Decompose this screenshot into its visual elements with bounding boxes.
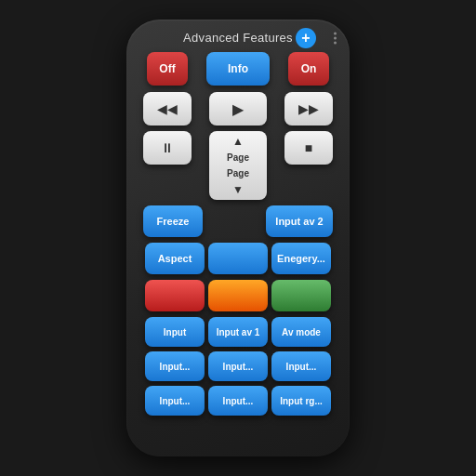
- input-row-3: Input... Input... Input rg...: [139, 386, 337, 416]
- input-1-button[interactable]: Input...: [145, 351, 205, 381]
- page-up-arrow: [232, 135, 244, 148]
- freeze-row: Freeze Input av 2: [139, 205, 337, 237]
- green-button[interactable]: [271, 280, 331, 311]
- more-options-icon[interactable]: [334, 32, 337, 44]
- page-title: Advanced Features: [183, 31, 293, 45]
- input-button[interactable]: Input: [145, 317, 205, 347]
- energy-button[interactable]: Enegery...: [271, 243, 331, 274]
- aspect-row: Aspect Enegery...: [139, 243, 337, 274]
- input-av1-button[interactable]: Input av 1: [208, 317, 268, 347]
- info-button[interactable]: Info: [206, 52, 270, 86]
- input-2-button[interactable]: Input...: [208, 351, 268, 381]
- page-down-arrow: [232, 183, 244, 196]
- input-5-button[interactable]: Input...: [208, 386, 268, 416]
- input-3-button[interactable]: Input...: [271, 351, 331, 381]
- red-button[interactable]: [145, 280, 205, 311]
- play-button[interactable]: ▶: [209, 92, 267, 126]
- input-4-button[interactable]: Input...: [145, 386, 205, 416]
- power-off-button[interactable]: Off: [147, 52, 188, 86]
- input-row-1: Input Input av 1 Av mode: [139, 317, 337, 347]
- page-down-label: Page: [227, 168, 249, 178]
- power-row: Off Info On: [139, 52, 337, 86]
- page-button[interactable]: Page Page: [209, 131, 267, 200]
- playback-row: ◀◀ ▶ ▶▶: [139, 92, 337, 126]
- input-row-2: Input... Input... Input...: [139, 351, 337, 381]
- rewind-button[interactable]: ◀◀: [143, 92, 192, 126]
- av-mode-button[interactable]: Av mode: [271, 317, 331, 347]
- input-rg-button[interactable]: Input rg...: [271, 386, 331, 416]
- pause-button[interactable]: ⏸: [143, 131, 192, 165]
- input-av2-button[interactable]: Input av 2: [266, 205, 333, 237]
- header-bar: Advanced Features: [139, 31, 337, 45]
- orange-button[interactable]: [208, 280, 268, 311]
- remote-control: Advanced Features Off Info On ◀◀ ▶ ▶▶: [126, 20, 350, 456]
- page-row: ⏸ Page Page ■: [139, 131, 337, 200]
- stop-button[interactable]: ■: [284, 131, 333, 165]
- freeze-button[interactable]: Freeze: [143, 205, 203, 237]
- power-on-button[interactable]: On: [288, 52, 329, 86]
- color-row: [139, 280, 337, 311]
- aspect-button[interactable]: Aspect: [145, 243, 205, 274]
- add-button[interactable]: [296, 28, 316, 48]
- mid-button[interactable]: [208, 243, 268, 274]
- fast-forward-button[interactable]: ▶▶: [284, 92, 333, 126]
- page-up-label: Page: [227, 152, 249, 163]
